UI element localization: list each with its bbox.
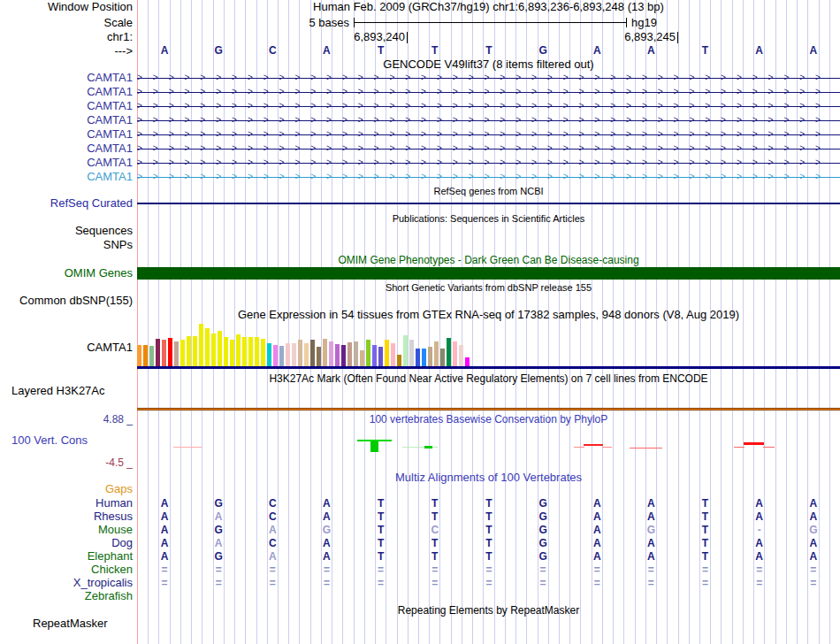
gencode-gene-item[interactable]: >>>>>>>>>>>>>>>>>>>>>>>>>>>>>>>>>>>>>>>>… [137,85,840,99]
refseq-gene-line[interactable] [137,203,840,204]
gtex-expression-barchart[interactable] [137,324,840,366]
gtex-tissue-bar[interactable] [273,345,278,366]
gtex-tissue-bar[interactable] [434,341,439,366]
gtex-tissue-bar[interactable] [230,340,234,366]
gtex-tissue-bar[interactable] [447,338,451,366]
multiz-species-label[interactable]: Zebrafish [0,590,133,602]
omim-gene-bar[interactable] [137,267,840,280]
layered-h3k27ac-label[interactable]: Layered H3K27Ac [11,385,105,397]
gtex-tissue-bar[interactable] [298,340,302,366]
gencode-gene-label[interactable]: CAMTA1 [0,128,133,141]
gtex-tissue-bar[interactable] [255,337,259,366]
gtex-tissue-bar[interactable] [279,346,284,366]
gtex-tissue-bar[interactable] [341,345,346,366]
gtex-tissue-bar[interactable] [261,339,265,366]
gtex-tissue-bar[interactable] [224,337,228,366]
gtex-tissue-bar[interactable] [323,339,327,366]
gtex-tissue-bar[interactable] [416,349,420,366]
gtex-tissue-bar[interactable] [286,343,290,366]
gtex-tissue-bar[interactable] [193,336,197,366]
multiz-species-label[interactable]: Rhesus [0,510,133,523]
gtex-tissue-bar[interactable] [304,343,309,366]
gtex-tissue-bar[interactable] [354,341,358,366]
vert-cons-label[interactable]: 100 Vert. Cons [11,434,88,447]
gencode-gene-item[interactable]: >>>>>>>>>>>>>>>>>>>>>>>>>>>>>>>>>>>>>>>>… [137,156,840,170]
gtex-tissue-bar[interactable] [267,343,271,366]
gene-strand-arrows: >>>>>>>>>>>>>>>>>>>>>>>>>>>>>>>>>>>>>>>>… [137,170,840,184]
h3k27ac-track-title: H3K27Ac Mark (Often Found Near Active Re… [137,372,840,385]
gtex-tissue-bar[interactable] [378,347,383,366]
gtex-tissue-bar[interactable] [149,346,154,366]
gtex-tissue-bar[interactable] [453,341,457,366]
multiz-species-label[interactable]: Mouse [0,524,133,536]
gencode-gene-label[interactable]: CAMTA1 [0,114,133,126]
gtex-tissue-bar[interactable] [385,340,389,366]
gtex-tissue-bar[interactable] [391,343,395,366]
gtex-tissue-bar[interactable] [335,344,340,366]
gtex-tissue-bar[interactable] [211,334,216,366]
multiz-base: G [515,510,570,523]
multiz-base: = [678,577,733,589]
gencode-gene-item[interactable]: >>>>>>>>>>>>>>>>>>>>>>>>>>>>>>>>>>>>>>>>… [137,71,840,85]
gtex-tissue-bar[interactable] [236,334,241,366]
gtex-tissue-bar[interactable] [310,340,315,366]
omim-genes-label[interactable]: OMIM Genes [0,267,133,280]
gencode-gene-item[interactable]: >>>>>>>>>>>>>>>>>>>>>>>>>>>>>>>>>>>>>>>>… [137,127,840,142]
common-dbsnp-label[interactable]: Common dbSNP(155) [0,295,133,307]
gencode-gene-label[interactable]: CAMTA1 [0,100,133,112]
gtex-tissue-bar[interactable] [143,345,148,366]
gtex-tissue-bar[interactable] [218,331,222,366]
strand-label: ---> [0,45,133,58]
gencode-gene-label[interactable]: CAMTA1 [0,157,133,169]
gtex-tissue-bar[interactable] [409,340,414,366]
gtex-tissue-bar[interactable] [242,337,247,366]
gencode-gene-label[interactable]: CAMTA1 [0,142,133,155]
gtex-tissue-bar[interactable] [329,341,333,366]
gtex-tissue-bar[interactable] [428,347,432,366]
gencode-gene-label[interactable]: CAMTA1 [0,171,133,183]
gtex-tissue-bar[interactable] [174,341,179,366]
multiz-species-label[interactable]: Dog [0,537,133,549]
gtex-tissue-bar[interactable] [317,347,321,366]
multiz-species-label[interactable]: Chicken [0,564,133,576]
gtex-tissue-bar[interactable] [199,324,203,366]
gtex-tissue-bar[interactable] [156,339,160,366]
coordinate-right-tick [677,32,678,43]
gtex-tissue-bar[interactable] [422,349,426,366]
refseq-curated-label[interactable]: RefSeq Curated [0,197,133,210]
gtex-tissue-bar[interactable] [292,343,296,366]
gtex-tissue-bar[interactable] [137,345,141,366]
gtex-tissue-bar[interactable] [440,349,445,366]
multiz-species-label[interactable]: X_tropicalis [0,577,133,589]
gtex-tissue-bar[interactable] [248,337,253,366]
gencode-gene-label[interactable]: CAMTA1 [0,72,133,84]
gtex-tissue-bar[interactable] [366,340,370,366]
gencode-gene-label[interactable]: CAMTA1 [0,86,133,98]
gtex-tissue-bar[interactable] [465,357,470,366]
gencode-gene-item[interactable]: >>>>>>>>>>>>>>>>>>>>>>>>>>>>>>>>>>>>>>>>… [137,99,840,113]
gtex-tissue-bar[interactable] [403,335,408,366]
multiz-base: = [623,577,678,589]
gtex-tissue-bar[interactable] [360,350,364,366]
multiz-species-label[interactable]: Human [0,497,133,510]
gtex-tissue-bar[interactable] [168,338,172,366]
gtex-tissue-bar[interactable] [205,328,210,366]
snps-label[interactable]: SNPs [0,239,133,251]
gtex-tissue-bar[interactable] [162,340,166,366]
gtex-tissue-bar[interactable] [397,355,401,366]
gtex-tissue-bar[interactable] [372,345,377,366]
h3k27ac-signal-line[interactable] [137,408,840,410]
gencode-gene-item[interactable]: >>>>>>>>>>>>>>>>>>>>>>>>>>>>>>>>>>>>>>>>… [137,142,840,156]
multiz-species-label[interactable]: Gaps [0,483,133,495]
gencode-gene-item[interactable]: >>>>>>>>>>>>>>>>>>>>>>>>>>>>>>>>>>>>>>>>… [137,113,840,127]
multiz-species-label[interactable]: Elephant [0,550,133,563]
gtex-tissue-bar[interactable] [187,336,191,366]
gtex-tissue-bar[interactable] [459,345,463,366]
repeatmasker-label[interactable]: RepeatMasker [33,617,108,630]
multiz-base: T [462,550,516,563]
gtex-tissue-bar[interactable] [347,342,352,366]
gtex-gene-label[interactable]: CAMTA1 [0,341,133,354]
gtex-tissue-bar[interactable] [180,340,185,366]
sequences-label[interactable]: Sequences [0,225,133,237]
gencode-gene-item[interactable]: >>>>>>>>>>>>>>>>>>>>>>>>>>>>>>>>>>>>>>>>… [137,170,840,184]
